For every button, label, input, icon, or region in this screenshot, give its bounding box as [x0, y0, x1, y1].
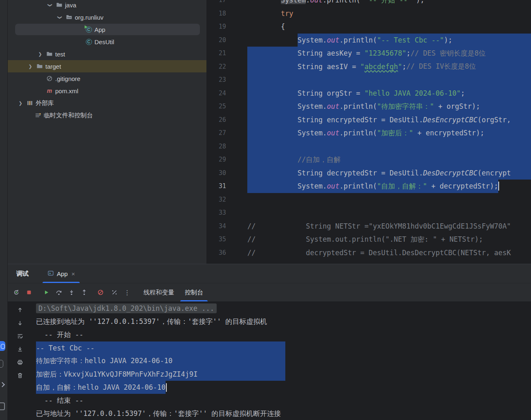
line-number: 25 — [206, 100, 247, 113]
code-row[interactable]: 30 String decryptedStr = DesUtil.DesDecr… — [206, 166, 531, 180]
code-row[interactable]: 36// decryptedStr = DesUtil.DesDecryptCB… — [206, 246, 531, 260]
code-row[interactable]: 23 — [206, 73, 531, 87]
code-row[interactable]: 34// String NETStr ="yxEOkYM81hdv0bC1Ewg… — [206, 220, 531, 233]
code-token: // System.out.println(".NET 加密: " + NETS… — [247, 235, 483, 244]
navigate-up-button[interactable] — [15, 305, 25, 315]
code-token: .println( — [323, 0, 360, 4]
console-line[interactable]: 自加，自解：hello JAVA 2024-06-10 — [32, 381, 531, 394]
code-token: "hello JAVA 2024-06-10" — [365, 89, 461, 97]
code-line-text — [247, 206, 531, 220]
tree-item-scratches[interactable]: 临时文件和控制台 — [8, 109, 206, 121]
code-line-text: // System.out.println(".NET 加密: " + NETS… — [247, 233, 531, 246]
console-line[interactable]: -- 开始 -- — [32, 328, 531, 341]
scratch-icon — [35, 112, 41, 119]
tree-item-test[interactable]: ❯test — [8, 48, 206, 60]
step-into-button[interactable] — [66, 287, 77, 298]
resume-button[interactable] — [41, 287, 52, 298]
tree-item-java[interactable]: ❯java — [8, 0, 206, 11]
code-token: + orgStr); — [434, 102, 480, 110]
code-row[interactable]: 24 String orgStr = "hello JAVA 2024-06-1… — [206, 87, 531, 100]
clear-console-button[interactable] — [15, 371, 25, 380]
chevron-down-icon[interactable]: ❯ — [47, 1, 53, 9]
mute-breakpoints-button[interactable] — [95, 287, 106, 298]
evaluate-expression-icon — [111, 289, 118, 296]
code-line-text — [247, 193, 531, 207]
mute-breakpoints-icon — [97, 289, 104, 296]
code-row[interactable]: 33 — [206, 206, 531, 220]
console-line[interactable]: 待加密字符串：hello JAVA 2024-06-10 — [32, 355, 531, 368]
console-line[interactable]: 已与地址为 ''127.0.0.1:5397'，传输：'套接字'' 的目标虚拟机… — [32, 407, 531, 420]
tree-item-inner: ❯org.runliuv — [8, 11, 206, 23]
code-token: // decryptedStr = DesUtil.DesDecryptCBC(… — [247, 249, 511, 257]
view-tab-console[interactable]: 控制台 — [179, 283, 208, 301]
code-row[interactable]: 26 String encryptedStr = DesUtil.DesEncr… — [206, 113, 531, 127]
code-row[interactable]: 25 System.out.println("待加密字符串：" + orgStr… — [206, 100, 531, 113]
code-row[interactable]: 27 System.out.println("加密后：" + encrypted… — [206, 126, 531, 140]
chevron-down-icon[interactable]: ❯ — [57, 13, 63, 21]
scroll-to-end-button[interactable] — [15, 344, 25, 354]
terminal-prompt-icon[interactable] — [0, 382, 5, 387]
tree-item-label: 外部库 — [36, 99, 54, 107]
debug-session-tab[interactable]: App × — [43, 264, 80, 283]
tree-item-org-runliuv[interactable]: ❯org.runliuv — [8, 11, 206, 23]
code-row[interactable]: 21 String aesKey = "12345678";// DES 密钥长… — [206, 47, 531, 60]
tree-item-inner: ❯java — [8, 0, 206, 11]
code-token: . — [323, 102, 327, 110]
console-line[interactable]: D:\Soft\Java\jdk1.8.0_202\bin\java.exe .… — [32, 302, 531, 315]
code-row[interactable]: 31 System.out.println("自加，自解：" + decrypt… — [206, 180, 531, 193]
tool-window-square-icon[interactable] — [0, 402, 5, 410]
more-options-button[interactable]: ⋮ — [122, 287, 132, 298]
evaluate-expression-button[interactable] — [109, 287, 120, 298]
tree-item-pom-xml[interactable]: mpom.xml — [8, 85, 206, 97]
tree-item-desutil[interactable]: CDesUtil — [8, 36, 206, 48]
tree-item-inner: CApp — [8, 23, 206, 36]
console-line[interactable]: 已连接到地址为 ''127.0.0.1:5397'，传输：'套接字'' 的目标虚… — [32, 315, 531, 328]
navigate-down-button[interactable] — [15, 318, 25, 328]
tree-item-app[interactable]: CApp — [8, 23, 206, 36]
class-run-icon: C — [85, 26, 92, 33]
code-token: .println( — [339, 182, 377, 190]
text-caret — [498, 182, 499, 191]
code-token: System — [298, 102, 323, 110]
console-line[interactable]: -- 结束 -- — [32, 394, 531, 407]
code-row[interactable]: 17 System.out.println(" -- 开始 -- "); — [206, 0, 531, 7]
rerun-button[interactable] — [11, 287, 22, 298]
line-number: 32 — [206, 193, 247, 207]
step-over-button[interactable] — [54, 287, 64, 298]
code-row[interactable]: 18 try — [206, 7, 531, 20]
tree-item-label: java — [65, 2, 76, 9]
code-token: //自加，自解 — [298, 155, 341, 164]
code-editor[interactable]: 17 System.out.println(" -- 开始 -- ");18 t… — [206, 0, 531, 264]
code-row[interactable]: 19 { — [206, 20, 531, 34]
code-token: DesDecryptCBC — [423, 169, 477, 177]
chevron-right-icon[interactable]: ❯ — [17, 101, 24, 106]
code-token: System — [281, 0, 306, 4]
debug-tool-window-icon[interactable] — [0, 341, 5, 351]
code-line-text: // String NETStr ="yxEOkYM81hdv0bC1EwgCd… — [247, 220, 531, 233]
chevron-right-icon[interactable]: ❯ — [36, 52, 44, 57]
print-button[interactable] — [15, 357, 25, 367]
console-output: D:\Soft\Java\jdk1.8.0_202\bin\java.exe .… — [32, 302, 531, 420]
soft-wrap-button[interactable] — [15, 331, 25, 341]
tree-item-gitignore[interactable]: .gitignore — [8, 72, 206, 85]
console-line[interactable]: -- Test Cbc -- — [32, 341, 531, 355]
chevron-right-icon[interactable]: ❯ — [27, 64, 34, 69]
code-row[interactable]: 35// System.out.println(".NET 加密: " + NE… — [206, 233, 531, 246]
tool-window-icon[interactable] — [0, 360, 3, 368]
code-token: ); — [416, 0, 424, 4]
tree-item-target[interactable]: ❯target — [8, 60, 206, 72]
console-line[interactable]: 加密后：VkxvjXu1YKvQJF8MPnFvXhFzJgZI4j9I — [32, 368, 531, 381]
tree-item-label: .gitignore — [55, 75, 81, 82]
close-tab-icon[interactable]: × — [72, 270, 75, 277]
view-tab-threads-variables[interactable]: 线程和变量 — [138, 283, 179, 301]
tree-item-external-libraries[interactable]: ❯外部库 — [8, 97, 206, 109]
tree-item-inner: ❯test — [8, 48, 206, 60]
code-row[interactable]: 28 — [206, 140, 531, 153]
stop-button[interactable] — [24, 287, 34, 298]
code-row[interactable]: 20 System.out.println("-- Test Cbc --"); — [206, 34, 531, 47]
step-out-button[interactable] — [79, 287, 90, 298]
code-row[interactable]: 22 String aesIV = "abcdefgh";// DES IV长度… — [206, 60, 531, 74]
code-row[interactable]: 32 — [206, 193, 531, 207]
code-token: try — [281, 9, 294, 18]
code-row[interactable]: 29 //自加，自解 — [206, 153, 531, 166]
